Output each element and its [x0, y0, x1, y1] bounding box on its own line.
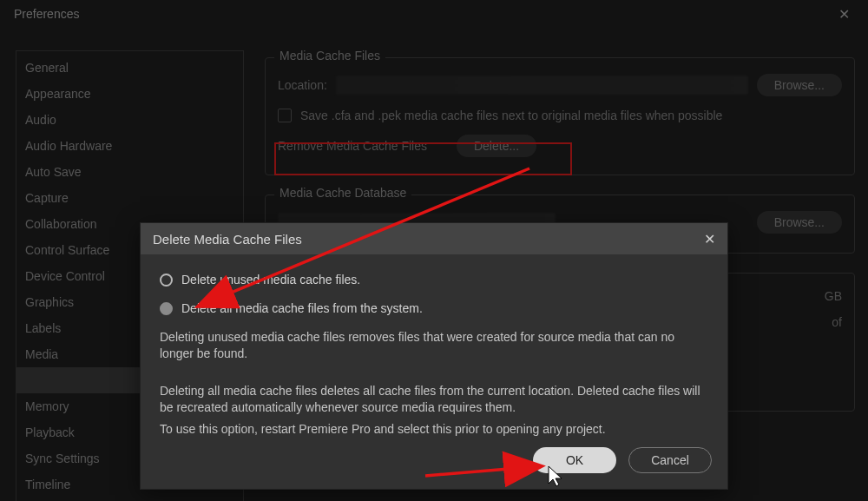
window-close-button[interactable]: ✕ [826, 2, 861, 26]
window-title: Preferences [14, 7, 79, 21]
radio-label: Delete unused media cache files. [181, 272, 360, 288]
preferences-titlebar: Preferences ✕ [0, 0, 868, 28]
radio-icon[interactable] [160, 274, 173, 287]
of-label: of [832, 315, 842, 329]
radio-delete-all[interactable]: Delete all media cache files from the sy… [160, 300, 708, 317]
ok-label: OK [566, 453, 583, 467]
sidebar-item-audio-hardware[interactable]: Audio Hardware [16, 133, 243, 159]
save-next-to-row[interactable]: Save .cfa and .pek media cache files nex… [278, 109, 842, 122]
dialog-title: Delete Media Cache Files [153, 232, 302, 247]
description-all-2: To use this option, restart Premiere Pro… [160, 421, 708, 438]
group-title: Media Cache Files [274, 49, 385, 63]
sidebar-item-appearance[interactable]: Appearance [16, 81, 243, 107]
remove-cache-label: Remove Media Cache Files [278, 139, 427, 153]
browse-button[interactable]: Browse... [757, 74, 842, 96]
description-unused: Deleting unused media cache files remove… [160, 329, 708, 362]
sidebar-item-auto-save[interactable]: Auto Save [16, 159, 243, 185]
db-browse-button[interactable]: Browse... [757, 211, 842, 234]
sidebar-item-trim[interactable]: Trim [16, 498, 243, 501]
checkbox-label: Save .cfa and .pek media cache files nex… [300, 109, 722, 122]
media-cache-files-group: Media Cache Files Location: Browse... Sa… [265, 57, 855, 175]
delete-cache-button[interactable]: Delete... [457, 135, 536, 157]
location-row: Location: Browse... [278, 74, 842, 96]
sidebar-item-general[interactable]: General [16, 55, 243, 81]
delete-cache-dialog: Delete Media Cache Files ✕ Delete unused… [140, 222, 728, 490]
group-title: Media Cache Database [274, 186, 411, 200]
checkbox-icon[interactable] [278, 109, 292, 122]
dialog-body: Delete unused media cache files. Delete … [141, 254, 727, 450]
location-path [336, 76, 748, 95]
cancel-label: Cancel [651, 453, 689, 467]
radio-icon[interactable] [160, 302, 173, 315]
dialog-close-button[interactable]: ✕ [700, 229, 719, 248]
description-all-1: Deleting all media cache files deletes a… [160, 383, 708, 416]
sidebar-item-capture[interactable]: Capture [16, 185, 243, 211]
gb-label: GB [825, 289, 842, 303]
cancel-button[interactable]: Cancel [628, 447, 712, 473]
ok-button[interactable]: OK [533, 447, 616, 473]
remove-row: Remove Media Cache Files Delete... [278, 135, 842, 157]
sidebar-item-audio[interactable]: Audio [16, 107, 243, 133]
dialog-header: Delete Media Cache Files ✕ [141, 223, 727, 254]
dialog-actions: OK Cancel [533, 447, 712, 473]
radio-delete-unused[interactable]: Delete unused media cache files. [160, 272, 708, 288]
location-label: Location: [278, 78, 327, 92]
radio-label: Delete all media cache files from the sy… [181, 300, 423, 317]
